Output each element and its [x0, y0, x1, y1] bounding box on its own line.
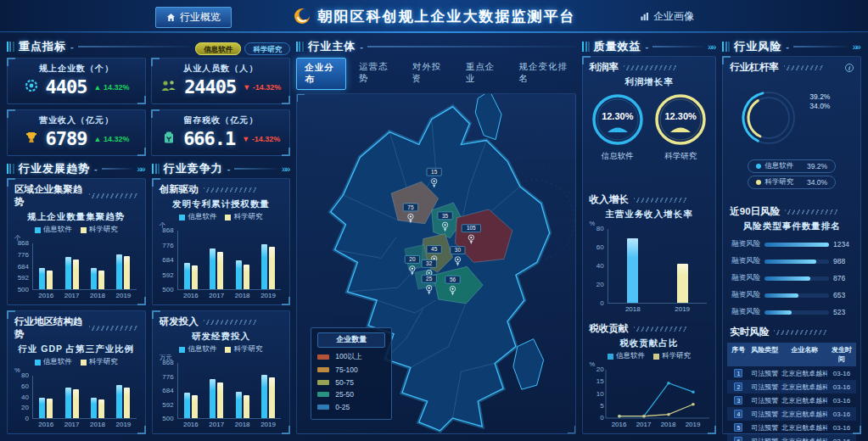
bar[interactable]: [65, 257, 71, 289]
bar[interactable]: [98, 399, 104, 419]
risk-rank-row[interactable]: 融资风险 523: [731, 307, 854, 317]
cluster-trend-card: 区域企业集聚趋势 规上企业数量集聚趋势信息软件科学研究个500592684776…: [7, 178, 146, 305]
filter-tag[interactable]: 信息软件: [195, 42, 241, 55]
card-header: 创新驱动: [153, 179, 290, 198]
table-row[interactable]: 6司法预警北京启航卓越科技有限公司03-16: [727, 434, 856, 441]
stat-label: 规上企业数（个）: [8, 59, 145, 75]
bar[interactable]: [261, 244, 267, 289]
section-marker-icon: [296, 42, 304, 52]
bar[interactable]: [184, 393, 190, 418]
section-dash: -: [70, 42, 74, 52]
risk-rank-row[interactable]: 融资风险 988: [731, 256, 854, 266]
section-line: [78, 46, 192, 47]
section-dash: -: [227, 164, 231, 174]
bar[interactable]: [236, 392, 242, 418]
bar[interactable]: [65, 388, 71, 418]
bar[interactable]: [192, 395, 198, 418]
tab-3[interactable]: 对外投资: [405, 58, 453, 90]
nav-enterprise-portrait[interactable]: 企业画像: [630, 7, 704, 26]
expand-arrows-icon[interactable]: »»: [137, 164, 145, 174]
bar[interactable]: [98, 271, 104, 289]
bar[interactable]: [124, 256, 130, 289]
card-header: 近90日风险: [723, 201, 860, 220]
bar[interactable]: [124, 388, 130, 418]
bar[interactable]: [217, 382, 223, 418]
recent-risk-section: 近90日风险 风险类型事件数量排名融资风险 1234融资风险 988融资风险 8…: [723, 201, 860, 321]
bar[interactable]: [210, 379, 216, 418]
risk-rank-row[interactable]: 融资风险 876: [731, 273, 854, 283]
section-dash: -: [646, 42, 649, 52]
stat-card[interactable]: 从业人员数（人）24405▼ -14.32%: [151, 58, 290, 104]
bar[interactable]: [116, 385, 122, 418]
tab-5[interactable]: 规企变化排名: [511, 58, 575, 90]
tab-4[interactable]: 重点企业: [458, 58, 507, 90]
nav-industry-overview[interactable]: 行业概览: [155, 7, 232, 28]
bar-group: 2016: [184, 363, 198, 418]
table-row[interactable]: 2司法预警北京启航卓越科技有限公司03-16: [727, 380, 856, 394]
bar[interactable]: [269, 377, 275, 418]
table-header: 序号风险类型企业名称发生时间: [727, 343, 856, 366]
y-axis-tick: 776: [156, 373, 174, 381]
chart-plot: %0204060802016201720182019: [11, 369, 140, 430]
bar[interactable]: [91, 268, 97, 289]
bar[interactable]: [47, 271, 53, 289]
table-row[interactable]: 5司法预警北京启航卓越科技有限公司03-16: [727, 421, 856, 434]
risk-rank-row[interactable]: 融资风险 1234: [731, 239, 854, 249]
bar[interactable]: [73, 389, 79, 418]
bar[interactable]: [269, 247, 275, 289]
table-row[interactable]: 3司法预警北京启航卓越科技有限公司03-16: [727, 394, 856, 407]
bar[interactable]: [73, 260, 79, 289]
filter-tag[interactable]: 科学研究: [244, 42, 290, 55]
bar[interactable]: [91, 398, 97, 418]
bar[interactable]: [47, 399, 53, 418]
y-axis-tick: 80: [11, 371, 29, 379]
bar[interactable]: [627, 238, 638, 303]
bar[interactable]: [39, 398, 45, 418]
section-dash: -: [786, 42, 789, 52]
x-axis-label: 2017: [209, 421, 224, 428]
rnd-card: 研发投入 研发经费投入信息软件科学研究万元5005926847768682016…: [152, 310, 291, 434]
chart-title: 规上企业数量集聚趋势: [8, 211, 145, 223]
expand-arrows-icon[interactable]: »»: [708, 42, 716, 52]
map-legend-item: 50-75: [317, 378, 385, 387]
bar[interactable]: [192, 265, 198, 289]
tab-2[interactable]: 运营态势: [351, 58, 400, 90]
expand-arrows-icon[interactable]: »»: [853, 42, 861, 52]
legend-item: 信息软件: [35, 225, 72, 235]
svg-text:32: 32: [426, 260, 433, 266]
profit-gauge: 12.30%信息软件: [587, 90, 648, 162]
tab-1[interactable]: 企业分布: [296, 58, 346, 90]
bar[interactable]: [184, 263, 190, 289]
table-row[interactable]: 4司法预警北京启航卓越科技有限公司03-16: [727, 407, 856, 421]
bar[interactable]: [39, 268, 45, 289]
bar[interactable]: [261, 375, 267, 418]
chart-title: 发明专利累计授权数量: [153, 198, 290, 210]
quality-column: 质量效益 - »» 利润率 利润增长率 12.30%信息软件 12.30%科学研…: [582, 37, 717, 434]
info-icon[interactable]: i: [845, 64, 854, 72]
table-row[interactable]: 1司法预警北京启航卓越科技有限公司03-16: [727, 366, 856, 380]
bar[interactable]: [244, 395, 249, 418]
card-title: 区域企业集聚趋势: [14, 183, 84, 209]
bar[interactable]: [677, 264, 688, 303]
stat-card[interactable]: 规上企业数（个）4405▲ 14.32%: [7, 58, 146, 104]
bar[interactable]: [217, 252, 223, 289]
map-legend: 企业数量100以上75-10050-7525-500-25: [311, 327, 392, 421]
y-axis-tick: 868: [156, 359, 174, 366]
chart-legend: 信息软件科学研究: [8, 357, 145, 367]
x-axis-label: 2019: [116, 421, 132, 428]
quality-header: 质量效益 - »»: [582, 37, 717, 56]
bar-group: 2016: [39, 243, 53, 289]
stat-card[interactable]: 留存税收（亿元）666.1▼ -14.32%: [151, 109, 290, 156]
risk-rank-row[interactable]: 融资风险 653: [731, 290, 854, 300]
bar[interactable]: [244, 265, 249, 289]
profit-section: 利润率 利润增长率 12.30%信息软件 12.30%科学研究: [583, 57, 716, 189]
bar[interactable]: [116, 254, 122, 289]
stat-card[interactable]: 营业收入（亿元）6789▲ 14.32%: [7, 109, 146, 156]
y-axis-tick: 500: [11, 286, 29, 293]
bar-group: 2017: [65, 243, 79, 289]
section-title: 行业发展趋势: [19, 161, 90, 176]
bar[interactable]: [236, 260, 242, 289]
expand-arrows-icon[interactable]: »»: [282, 164, 290, 174]
bar[interactable]: [210, 248, 216, 289]
plot-area: 20182019: [608, 229, 708, 304]
